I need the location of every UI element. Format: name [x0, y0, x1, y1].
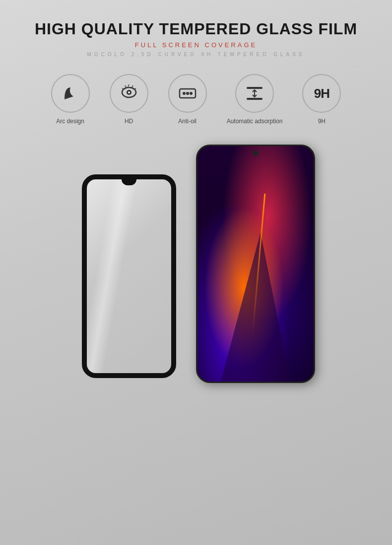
phone-body: [196, 145, 315, 383]
phone-side-button-right: [314, 186, 315, 201]
9h-text: 9H: [314, 86, 329, 101]
svg-point-10: [186, 92, 189, 95]
phone-screen: [197, 146, 314, 382]
hd-icon: [117, 81, 141, 105]
phone-side-button-left-3: [196, 216, 197, 231]
adsorption-circle: [235, 74, 274, 113]
phones-section: [0, 145, 392, 383]
svg-rect-13: [247, 98, 262, 100]
svg-point-11: [190, 92, 193, 95]
features-row: Arc design HD: [51, 74, 341, 125]
glass-body: [82, 174, 176, 378]
anti-oil-label: Anti-oil: [178, 118, 196, 125]
anti-oil-circle: [168, 74, 207, 113]
svg-rect-12: [247, 87, 262, 89]
feature-hd: HD: [110, 74, 148, 125]
9h-circle: 9H: [302, 74, 341, 113]
feature-9h: 9H 9H: [302, 74, 341, 125]
svg-line-3: [128, 84, 129, 86]
svg-point-2: [128, 91, 130, 93]
arc-design-circle: [51, 74, 90, 113]
svg-line-4: [132, 85, 133, 87]
adsorption-icon: [243, 81, 266, 105]
glass-protector: [77, 169, 181, 383]
hd-circle: [110, 74, 148, 113]
svg-line-6: [125, 85, 126, 87]
phone-notch: [253, 150, 259, 156]
9h-label: 9H: [318, 118, 326, 125]
svg-point-9: [183, 92, 186, 95]
hd-label: HD: [125, 118, 133, 125]
arc-design-label: Arc design: [56, 118, 84, 125]
adsorption-label: Automatic adsorption: [227, 118, 283, 125]
feature-arc-design: Arc design: [51, 74, 90, 125]
phone-right: [196, 145, 315, 383]
glass-notch: [122, 179, 136, 185]
header-section: HIGH QUALITY TEMPERED GLASS FILM FULL SC…: [35, 0, 357, 57]
feature-adsorption: Automatic adsorption: [227, 74, 283, 125]
arc-icon: [60, 82, 81, 104]
subtitle-small: MOCOLO 2.5D CURVED 9H TEMPERED GLASS: [35, 52, 357, 57]
feature-anti-oil: Anti-oil: [168, 74, 207, 125]
antioil-icon: [176, 81, 199, 105]
main-title: HIGH QUALITY TEMPERED GLASS FILM: [35, 20, 357, 38]
phone-side-button-left-2: [196, 196, 197, 211]
phone-wallpaper: [197, 146, 314, 382]
subtitle: FULL SCREEN COVERAGE: [35, 41, 357, 49]
phone-side-button-left-1: [196, 181, 197, 191]
